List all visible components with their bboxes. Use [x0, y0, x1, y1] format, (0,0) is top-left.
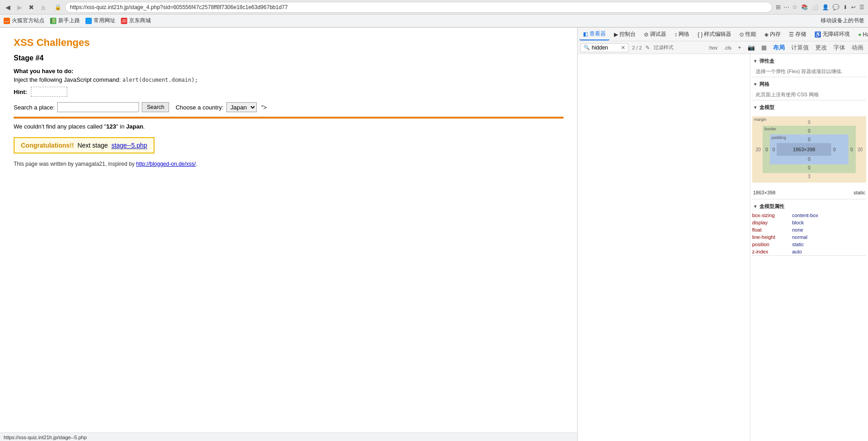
pocket-icon[interactable]: ⬇ [843, 4, 848, 10]
box-model-section-header[interactable]: ▼ 盒模型 [752, 102, 866, 113]
bookmark-label-newbie: 新手上路 [58, 17, 80, 25]
bookmark-common[interactable]: 🌐 常用网址 [85, 17, 115, 25]
grid-section-header[interactable]: ▼ 网格 [752, 79, 866, 89]
history-icon[interactable]: 📚 [801, 4, 808, 10]
devtools-body: ▼ 弹性盒 选择一个弹性 (Flex) 容器或项目以继续. ▼ 网格 此页面上没… [578, 54, 868, 441]
security-icon: 🔒 [55, 4, 61, 10]
memory-label: 内存 [770, 30, 781, 38]
devtools-tab-accessibility[interactable]: ♿ 无障碍环境 [811, 29, 853, 40]
box-model-triangle-icon: ▼ [753, 105, 758, 110]
animations-btn[interactable]: 动画 [850, 43, 865, 53]
more-menu-icon[interactable]: ⋯ [783, 4, 789, 10]
devtools-toolbar: ◧ 查看器 ▶ 控制台 ⊘ 调试器 ↕ 网络 { } 样式编辑器 ⊙ 性能 [578, 28, 868, 41]
grid-section: ▼ 网格 此页面上没有使用 CSS 网格 [752, 79, 866, 100]
network-label: 网络 [678, 30, 689, 38]
grid-btn[interactable]: ▦ [759, 43, 768, 52]
flex-section-header[interactable]: ▼ 弹性盒 [752, 56, 866, 66]
accessibility-icon: ♿ [814, 31, 821, 38]
bookmark-label-common: 常用网址 [94, 17, 115, 25]
bookmark-label-firefox: 火狐官方站点 [12, 17, 45, 25]
margin-bottom-value: 3 [808, 174, 811, 179]
menu-icon[interactable]: ☰ [859, 4, 864, 10]
error-search-term: 123 [106, 123, 116, 130]
page-area: XSS Challenges Stage #4 What you have to… [0, 28, 577, 441]
box-model-section-title: 盒模型 [759, 104, 774, 111]
devtools-tab-style-editor[interactable]: { } 样式编辑器 [694, 29, 735, 40]
style-editor-label: 样式编辑器 [704, 30, 731, 38]
devtools-tab-inspector[interactable]: ◧ 查看器 [579, 28, 609, 40]
devtools-search-input[interactable] [592, 45, 619, 51]
bookmark-favicon-firefox: 🦊 [4, 18, 10, 24]
hackbar-icon: ● [858, 31, 861, 38]
task-desc-text: Inject the following JavaScript command: [14, 76, 121, 83]
screenshot-btn[interactable]: 📷 [746, 43, 757, 52]
footer-link[interactable]: http://blogged-on.de/xss/ [136, 161, 195, 167]
prop-z-index-name: z-index [752, 249, 788, 254]
add-style-btn[interactable]: + [736, 43, 743, 52]
prop-line-height-name: line-height [752, 234, 788, 240]
inspector-icon: ◧ [583, 31, 588, 37]
devtools-subtoolbar: 🔍 ✕ 2 / 2 ✎ 过滤样式 :hov .cls + 📷 ▦ 布局 计算值 … [578, 41, 868, 54]
devtools-tab-performance[interactable]: ⊙ 性能 [736, 29, 760, 40]
prop-display: display block [752, 219, 866, 226]
fonts-btn[interactable]: 字体 [832, 43, 847, 53]
changes-btn[interactable]: 更改 [813, 43, 829, 53]
error-before-text: We couldn’t find any places called " [14, 123, 106, 130]
console-label: 控制台 [619, 30, 636, 38]
task-desc: Inject the following JavaScript command:… [14, 76, 564, 83]
match-count: 2 / 2 [632, 45, 642, 50]
padding-left-value: 0 [773, 147, 775, 152]
back-button[interactable]: ◀ [4, 3, 12, 11]
devtools-tab-console[interactable]: ▶ 控制台 [610, 29, 639, 40]
prop-float: float none [752, 226, 866, 233]
hint-label: Hint: [14, 89, 27, 95]
grid-triangle-icon: ▼ [753, 82, 758, 87]
computed-btn[interactable]: 计算值 [789, 43, 811, 53]
prop-line-height: line-height normal [752, 233, 866, 241]
layout-btn[interactable]: 布局 [771, 43, 787, 53]
bookmark-jd[interactable]: JD 京东商城 [121, 17, 151, 25]
next-stage-link[interactable]: stage--5.php [111, 142, 147, 149]
prop-z-index-value: auto [792, 249, 802, 254]
edit-icon[interactable]: ✎ [645, 45, 650, 51]
box-model-section: ▼ 盒模型 margin 0 20 border [752, 102, 866, 199]
devtools-tab-debugger[interactable]: ⊘ 调试器 [640, 29, 670, 40]
devtools-tab-storage[interactable]: ☰ 存储 [785, 29, 810, 40]
star-icon[interactable]: ☆ [792, 4, 798, 10]
cls-btn[interactable]: .cls [722, 44, 733, 51]
padding-right-value: 0 [833, 147, 836, 152]
profile-icon[interactable]: 👤 [822, 4, 829, 10]
grid-section-title: 网格 [759, 81, 769, 88]
address-bar[interactable]: https://xss-quiz.int21h.jp/stage_4.php?s… [65, 2, 772, 13]
box-model-props-content: box-sizing content-box display block flo… [752, 212, 866, 255]
margin-left-value: 20 [756, 147, 761, 152]
home-button[interactable]: ⌂ [39, 3, 47, 11]
prop-display-value: block [792, 220, 804, 225]
devtools-search-box[interactable]: 🔍 ✕ [580, 43, 629, 52]
devtools-clear-icon[interactable]: ✕ [621, 45, 625, 51]
next-stage-text: Next stage [77, 142, 108, 149]
pseudo-btn[interactable]: :hov [706, 44, 719, 51]
devtools-tab-network[interactable]: ↕ 网络 [671, 29, 693, 40]
search-input[interactable] [57, 102, 139, 112]
bookmark-firefox[interactable]: 🦊 火狐官方站点 [4, 17, 45, 25]
devtools-tab-hackbar[interactable]: ● HackBar [854, 30, 868, 40]
tabs-icon[interactable]: ⬜ [812, 4, 818, 10]
margin-top-value: 0 [808, 120, 811, 125]
devtools-tab-memory[interactable]: ◈ 内存 [761, 29, 784, 40]
forward-button[interactable]: ▶ [15, 3, 24, 11]
undo-icon[interactable]: ↩ [851, 4, 856, 10]
prop-position: position static [752, 241, 866, 248]
chat-icon[interactable]: 💬 [833, 4, 839, 10]
debugger-icon: ⊘ [644, 31, 649, 38]
search-button[interactable]: Search [142, 102, 169, 112]
filter-label: 过滤样式 [653, 44, 673, 51]
reload-button[interactable]: ✖ [27, 3, 35, 11]
inspector-label: 查看器 [589, 30, 606, 38]
devtools-panel: ◧ 查看器 ▶ 控制台 ⊘ 调试器 ↕ 网络 { } 样式编辑器 ⊙ 性能 [577, 28, 868, 441]
bookmark-newbie[interactable]: 📗 新手上路 [50, 17, 80, 25]
bookmarks-icon[interactable]: ⊞ [776, 4, 781, 10]
hint-row: Hint: [14, 87, 564, 97]
box-model-props-header[interactable]: ▼ 盒模型属性 [752, 201, 866, 212]
country-select[interactable]: Japan USA China Korea [226, 102, 257, 112]
